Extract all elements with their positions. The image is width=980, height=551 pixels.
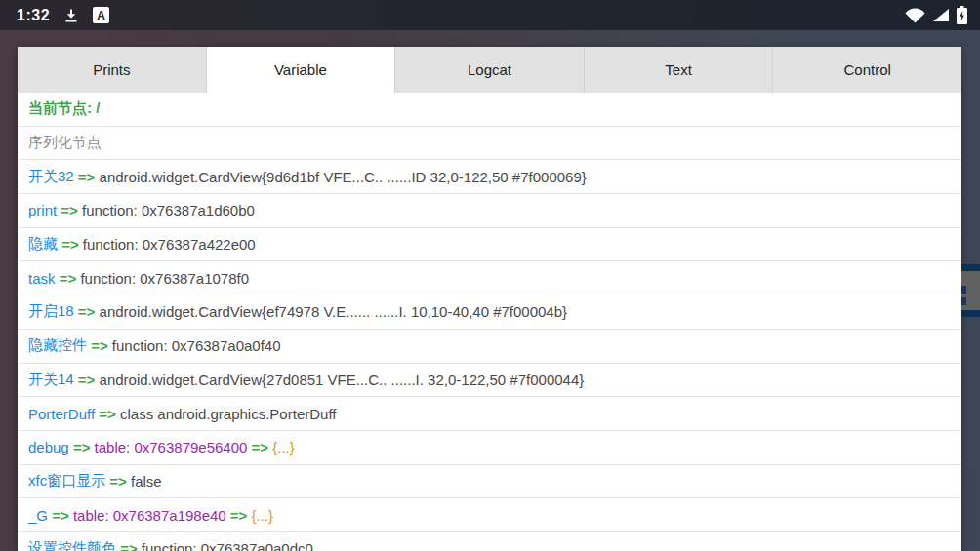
row-segment: => — [95, 406, 120, 422]
row-segment: => — [105, 473, 131, 490]
list-item[interactable]: 开关14 => android.widget.CardView{27d0851 … — [18, 364, 961, 398]
status-bar: 1:32 A — [0, 0, 980, 30]
row-segment: print — [28, 202, 57, 218]
variable-list: 当前节点: /序列化节点开关32 => android.widget.CardV… — [18, 93, 961, 551]
row-segment: => — [247, 439, 272, 455]
row-segment: debug — [28, 439, 69, 455]
row-segment: => — [74, 169, 100, 185]
row-segment: 开关14 — [28, 371, 74, 389]
row-segment: xfc窗口显示 — [28, 472, 105, 491]
list-item[interactable]: task => function: 0x76387a1078f0 — [18, 261, 961, 295]
row-segment: => — [56, 270, 81, 287]
tab-logcat[interactable]: Logcat — [395, 47, 585, 93]
row-segment: 开关32 — [28, 168, 74, 186]
row-segment: table: 0x76387a198e40 — [73, 507, 226, 524]
peek-handle-dot — [961, 286, 966, 294]
row-segment: => — [74, 303, 100, 320]
list-item[interactable]: debug => table: 0x763879e56400 => {...} — [18, 431, 961, 465]
status-bar-left: 1:32 A — [0, 7, 109, 24]
row-segment: PorterDuff — [28, 406, 95, 422]
peek-bottom-bar — [961, 310, 980, 317]
row-segment: => — [58, 236, 83, 253]
peek-body — [961, 271, 980, 310]
peek-top-bar — [961, 264, 980, 271]
row-segment: => — [87, 337, 112, 354]
row-segment: function: 0x76387a1078f0 — [80, 270, 249, 287]
row-segment: {...} — [252, 507, 274, 524]
letter-a-icon: A — [93, 7, 109, 23]
clock: 1:32 — [17, 7, 50, 24]
android-screen: 1:32 A — [0, 0, 980, 551]
row-segment: => — [57, 202, 82, 218]
list-item[interactable]: 设置控件颜色 => function: 0x76387a0a0dc0 — [18, 532, 961, 551]
row-segment: 隐藏控件 — [28, 336, 87, 355]
row-segment: android.widget.CardView{9d6d1bf VFE...C.… — [100, 169, 587, 185]
list-item[interactable]: 开启18 => android.widget.CardView{ef74978 … — [18, 295, 961, 330]
tab-text[interactable]: Text — [585, 47, 774, 93]
row-segment: android.widget.CardView{ef74978 V.E.....… — [100, 303, 568, 320]
row-segment: 当前节点: / — [28, 99, 100, 118]
list-item[interactable]: 序列化节点 — [18, 127, 961, 161]
row-segment: task — [28, 270, 56, 287]
signal-icon — [933, 9, 949, 21]
row-segment: class android.graphics.PorterDuff — [120, 406, 337, 422]
row-segment: => — [69, 439, 95, 455]
tab-control[interactable]: Control — [773, 47, 961, 93]
tab-prints[interactable]: Prints — [18, 47, 207, 93]
list-item[interactable]: print => function: 0x76387a1d60b0 — [18, 194, 961, 228]
row-segment: => — [226, 507, 252, 524]
peek-handle-dot — [961, 297, 966, 305]
list-item[interactable]: 当前节点: / — [18, 93, 961, 127]
row-segment: function: 0x76387a0a0dc0 — [142, 540, 313, 551]
list-item[interactable]: _G => table: 0x76387a198e40 => {...} — [18, 498, 961, 532]
tab-variable[interactable]: Variable — [207, 47, 396, 93]
row-segment: function: 0x76387a1d60b0 — [82, 202, 255, 218]
status-bar-right — [905, 6, 980, 24]
list-item[interactable]: 隐藏 => function: 0x76387a422e00 — [18, 228, 961, 262]
row-segment: => — [116, 540, 142, 551]
row-segment: 隐藏 — [28, 235, 58, 254]
wifi-icon — [905, 8, 925, 23]
row-segment: android.widget.CardView{27d0851 VFE...C.… — [100, 372, 585, 388]
floating-window-edge-peek[interactable] — [961, 264, 980, 317]
row-segment: 开启18 — [28, 302, 74, 321]
battery-charging-icon — [957, 6, 967, 24]
tab-bar: Prints Variable Logcat Text Control — [18, 47, 961, 93]
row-segment: 设置控件颜色 — [28, 539, 116, 551]
list-item[interactable]: 开关32 => android.widget.CardView{9d6d1bf … — [18, 160, 961, 194]
list-item[interactable]: xfc窗口显示 => false — [18, 465, 961, 499]
row-segment: function: 0x76387a422e00 — [83, 236, 256, 253]
row-segment: => — [48, 507, 73, 524]
row-segment: => — [74, 372, 100, 388]
list-item[interactable]: PorterDuff => class android.graphics.Por… — [18, 397, 961, 431]
row-segment: table: 0x763879e56400 — [95, 439, 248, 455]
download-icon — [63, 8, 79, 23]
list-item[interactable]: 隐藏控件 => function: 0x76387a0a0f40 — [18, 330, 961, 364]
row-segment: {...} — [272, 439, 295, 455]
debug-panel: Prints Variable Logcat Text Control 当前节点… — [18, 47, 961, 551]
row-segment: function: 0x76387a0a0f40 — [112, 337, 281, 354]
row-segment: _G — [28, 507, 48, 524]
row-segment: false — [131, 473, 162, 490]
row-segment: 序列化节点 — [28, 134, 102, 152]
